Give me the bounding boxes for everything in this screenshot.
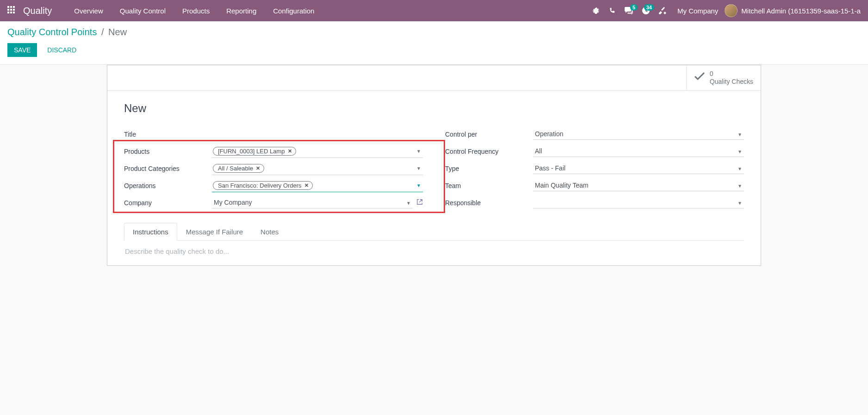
operations-field[interactable]: San Francisco: Delivery Orders ✕ ▼ [212, 179, 423, 192]
stat-count: 0 [710, 70, 753, 78]
tab-message-if-failure[interactable]: Message If Failure [177, 223, 252, 241]
quality-checks-stat-button[interactable]: 0 Quality Checks [686, 65, 761, 90]
messages-badge: 5 [630, 4, 638, 11]
responsible-field[interactable] [533, 197, 744, 208]
team-label: Team [445, 182, 533, 189]
type-label: Type [445, 165, 533, 172]
apps-icon[interactable] [7, 6, 17, 15]
breadcrumb: Quality Control Points / New [7, 27, 861, 38]
chevron-down-icon: ▼ [416, 149, 421, 154]
title-label: Title [124, 131, 212, 138]
close-icon[interactable]: ✕ [304, 182, 309, 189]
team-field[interactable] [533, 180, 744, 191]
save-button[interactable]: Save [7, 43, 37, 57]
chevron-down-icon: ▼ [416, 183, 421, 188]
check-icon [694, 72, 705, 84]
products-label: Products [124, 148, 212, 155]
control-frequency-field[interactable] [533, 145, 744, 157]
menu-quality-control[interactable]: Quality Control [112, 7, 174, 15]
menu-configuration[interactable]: Configuration [265, 7, 322, 15]
tabs: Instructions Message If Failure Notes [124, 223, 744, 241]
control-frequency-label: Control Frequency [445, 148, 533, 155]
products-field[interactable]: [FURN_0003] LED Lamp ✕ ▼ [212, 145, 423, 158]
breadcrumb-current: New [108, 27, 127, 37]
breadcrumb-parent[interactable]: Quality Control Points [7, 27, 97, 37]
control-per-field[interactable] [533, 128, 744, 140]
main-navbar: Quality Overview Quality Control Product… [0, 0, 868, 21]
category-tag[interactable]: All / Saleable ✕ [213, 164, 264, 173]
instructions-placeholder: Describe the quality check to do... [125, 247, 743, 255]
tab-notes[interactable]: Notes [252, 223, 287, 241]
app-name[interactable]: Quality [23, 6, 52, 16]
close-icon[interactable]: ✕ [256, 165, 260, 171]
menu-reporting[interactable]: Reporting [218, 7, 265, 15]
user-menu[interactable]: Mitchell Admin (16151359-saas-15-1-a [725, 4, 861, 17]
product-categories-field[interactable]: All / Saleable ✕ ▼ [212, 162, 423, 175]
close-icon[interactable]: ✕ [288, 148, 292, 154]
avatar [725, 4, 738, 17]
form-sheet: 0 Quality Checks New Title Products [107, 65, 761, 266]
activities-icon[interactable]: 34 [638, 7, 654, 14]
page-title: New [124, 102, 744, 115]
operations-label: Operations [124, 182, 212, 189]
type-field[interactable] [533, 163, 744, 174]
company-label: Company [124, 199, 212, 207]
responsible-label: Responsible [445, 199, 533, 207]
user-name: Mitchell Admin (16151359-saas-15-1-a [741, 7, 861, 15]
chevron-down-icon: ▼ [416, 166, 421, 171]
tab-instructions[interactable]: Instructions [124, 223, 177, 241]
messages-icon[interactable]: 5 [620, 7, 638, 14]
company-field[interactable] [212, 197, 413, 208]
activities-badge: 34 [644, 4, 654, 11]
product-categories-label: Product Categories [124, 165, 212, 172]
discard-button[interactable]: Discard [41, 43, 83, 57]
stat-label: Quality Checks [710, 78, 753, 86]
control-per-label: Control per [445, 131, 533, 138]
tab-content[interactable]: Describe the quality check to do... [124, 241, 744, 262]
debug-icon[interactable] [588, 7, 604, 14]
phone-icon[interactable] [604, 7, 620, 14]
control-panel: Quality Control Points / New Save Discar… [0, 21, 868, 65]
tools-icon[interactable] [654, 7, 671, 14]
company-selector[interactable]: My Company [671, 7, 725, 15]
operation-tag[interactable]: San Francisco: Delivery Orders ✕ [213, 181, 313, 190]
menu-overview[interactable]: Overview [66, 7, 112, 15]
external-link-icon[interactable] [416, 199, 423, 207]
menu-products[interactable]: Products [174, 7, 218, 15]
product-tag[interactable]: [FURN_0003] LED Lamp ✕ [213, 147, 296, 156]
